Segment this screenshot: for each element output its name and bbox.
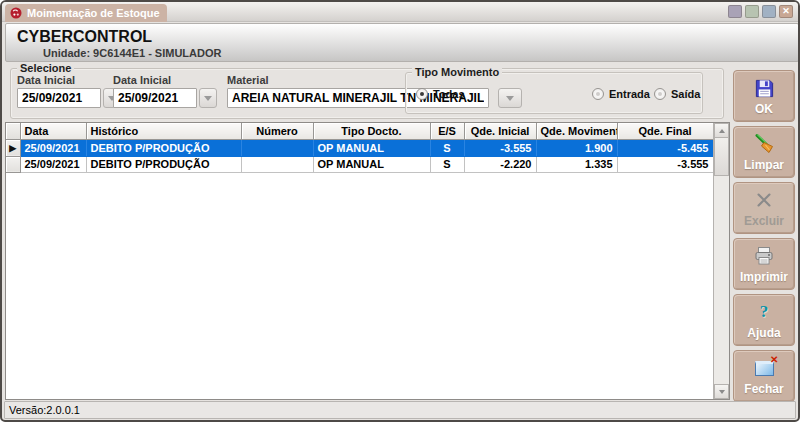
fechar-button-label: Fechar (744, 382, 783, 396)
date-start-field (17, 88, 121, 108)
col-header-qde-inicial[interactable]: Qde. Inicial (464, 123, 536, 139)
table-row-selected[interactable]: ▶ 25/09/2021 DEBITO P/PRODUÇÃO OP MANUAL… (6, 139, 713, 156)
movements-grid: Data Histórico Número Tipo Docto. E/S Qd… (5, 122, 730, 400)
cell-numero[interactable] (241, 139, 313, 156)
cell-data[interactable]: 25/09/2021 (20, 156, 86, 172)
tipo-movimento-groupbox: Tipo Movimento Todas Entrada Saída (405, 72, 703, 114)
date-end-label: Data Inicial (113, 74, 171, 86)
cell-qde-inicial[interactable]: -3.555 (464, 139, 536, 156)
radio-entrada-label: Entrada (609, 88, 650, 100)
col-header-tipo-docto[interactable]: Tipo Docto. (313, 123, 430, 139)
arrow-down-icon (719, 390, 725, 394)
cell-qde-final[interactable]: -5.455 (617, 139, 713, 156)
vertical-scrollbar[interactable] (713, 123, 729, 399)
cell-numero[interactable] (241, 156, 313, 172)
window-title: Moimentação de Estoque (27, 7, 160, 19)
title-pill: Moimentação de Estoque (5, 4, 167, 22)
selecione-groupbox: Selecione Data Inicial Data Inicial Mate… (10, 68, 724, 119)
radio-unselected-icon (654, 88, 666, 100)
version-text: Versão:2.0.0.1 (9, 404, 80, 416)
row-indicator-cell: ▶ (6, 139, 20, 156)
close-window-icon (755, 356, 774, 380)
ajuda-button[interactable]: Ajuda (733, 294, 795, 346)
ok-button-label: OK (755, 102, 773, 116)
excluir-button[interactable]: Excluir (733, 182, 795, 234)
col-header-numero[interactable]: Número (241, 123, 313, 139)
selected-row-marker-icon: ▶ (7, 140, 19, 156)
window-controls (728, 5, 793, 18)
limpar-button[interactable]: Limpar (733, 126, 795, 178)
col-header-historico[interactable]: Histórico (86, 123, 241, 139)
floppy-disk-icon (754, 76, 775, 100)
app-logo-icon (10, 7, 22, 19)
x-icon (754, 188, 774, 212)
fechar-button[interactable]: Fechar (733, 350, 795, 402)
question-mark-icon (760, 300, 769, 324)
app-title: CYBERCONTROL (17, 28, 152, 46)
imprimir-button-label: Imprimir (740, 270, 788, 284)
radio-todas-label: Todas (433, 88, 465, 100)
movements-table: Data Histórico Número Tipo Docto. E/S Qd… (6, 123, 714, 173)
material-label: Material (227, 74, 269, 86)
scrollbar-up-button[interactable] (714, 123, 729, 138)
date-end-dropdown-button[interactable] (199, 88, 217, 108)
row-indicator-cell (6, 156, 20, 172)
date-end-field (113, 88, 217, 108)
cell-tipo-docto[interactable]: OP MANUAL (313, 156, 430, 172)
cell-data[interactable]: 25/09/2021 (20, 139, 86, 156)
scrollbar-down-button[interactable] (714, 384, 729, 399)
table-row[interactable]: 25/09/2021 DEBITO P/PRODUÇÃO OP MANUAL S… (6, 156, 713, 172)
minimize-button[interactable] (745, 5, 759, 18)
ok-button[interactable]: OK (733, 70, 795, 122)
cell-qde-movimento[interactable]: 1.900 (536, 139, 617, 156)
title-bar[interactable]: Moimentação de Estoque (2, 2, 798, 22)
scrollbar-thumb[interactable] (714, 138, 729, 176)
radio-selected-icon (416, 88, 428, 100)
chevron-down-icon (204, 96, 212, 101)
col-header-es[interactable]: E/S (430, 123, 464, 139)
ajuda-button-label: Ajuda (747, 326, 780, 340)
unit-subtitle: Unidade: 9C6144E1 - SIMULADOR (43, 47, 221, 59)
radio-saida-label: Saída (671, 88, 700, 100)
table-header-row: Data Histórico Número Tipo Docto. E/S Qd… (6, 123, 713, 139)
gutter-header (6, 123, 20, 139)
close-button[interactable] (779, 5, 793, 18)
date-start-label: Data Inicial (17, 74, 75, 86)
col-header-qde-final[interactable]: Qde. Final (617, 123, 713, 139)
radio-saida[interactable]: Saída (654, 88, 700, 100)
cell-tipo-docto[interactable]: OP MANUAL (313, 139, 430, 156)
radio-entrada[interactable]: Entrada (592, 88, 650, 100)
date-end-input[interactable] (113, 88, 197, 108)
cell-qde-movimento[interactable]: 1.335 (536, 156, 617, 172)
cell-es[interactable]: S (430, 156, 464, 172)
radio-todas[interactable]: Todas (416, 88, 465, 100)
cell-qde-inicial[interactable]: -2.220 (464, 156, 536, 172)
app-window: Moimentação de Estoque CYBERCONTROL Unid… (0, 0, 800, 422)
limpar-button-label: Limpar (744, 158, 784, 172)
imprimir-button[interactable]: Imprimir (733, 238, 795, 290)
cell-historico[interactable]: DEBITO P/PRODUÇÃO (86, 139, 241, 156)
status-bar: Versão:2.0.0.1 (4, 401, 796, 419)
excluir-button-label: Excluir (744, 214, 784, 228)
tipo-movimento-legend: Tipo Movimento (412, 66, 502, 79)
broom-icon (753, 132, 775, 156)
cell-qde-final[interactable]: -3.555 (617, 156, 713, 172)
radio-unselected-icon (592, 88, 604, 100)
header-panel: CYBERCONTROL Unidade: 9C6144E1 - SIMULAD… (5, 23, 799, 62)
cell-es[interactable]: S (430, 139, 464, 156)
cell-historico[interactable]: DEBITO P/PRODUÇÃO (86, 156, 241, 172)
arrow-up-icon (719, 129, 725, 133)
window-shade-button[interactable] (728, 5, 742, 18)
date-start-input[interactable] (17, 88, 101, 108)
printer-icon (753, 244, 775, 268)
col-header-data[interactable]: Data (20, 123, 86, 139)
maximize-button[interactable] (762, 5, 776, 18)
col-header-qde-movimento[interactable]: Qde. Movimento (536, 123, 617, 139)
action-sidebar: OK Limpar Excluir (733, 70, 795, 406)
